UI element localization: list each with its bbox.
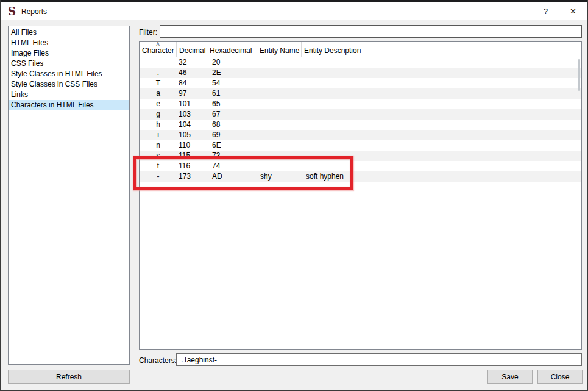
table-cell-hex: 73 bbox=[207, 151, 257, 161]
column-header[interactable]: Entity Name bbox=[257, 42, 302, 57]
report-type-list: All FilesHTML FilesImage FilesCSS FilesS… bbox=[8, 26, 130, 365]
table-cell-hex: 69 bbox=[207, 130, 257, 140]
sidebar-item[interactable]: All Files bbox=[9, 27, 129, 38]
column-header-label: Character bbox=[142, 46, 174, 55]
table-cell-entity_name bbox=[257, 78, 302, 88]
sidebar-item[interactable]: CSS Files bbox=[9, 59, 129, 69]
table-cell-entity_name bbox=[257, 151, 302, 161]
table-cell-entity_description bbox=[302, 57, 581, 68]
table-row[interactable]: s11573 bbox=[140, 151, 581, 161]
table-cell-decimal: 32 bbox=[177, 57, 207, 68]
sidebar-item[interactable]: HTML Files bbox=[9, 38, 129, 48]
table-cell-character: s bbox=[140, 151, 177, 161]
window-title: Reports bbox=[21, 7, 47, 16]
app-logo-icon: S bbox=[8, 6, 16, 17]
close-button[interactable]: Close bbox=[537, 370, 583, 384]
table-row[interactable]: .462E bbox=[140, 68, 581, 78]
table-row[interactable]: a9761 bbox=[140, 88, 581, 99]
sidebar-item[interactable]: Image Files bbox=[9, 48, 129, 59]
table-body: 3220.462ET8454a9761e10165g10367h10468i10… bbox=[140, 57, 581, 182]
table-cell-decimal: 97 bbox=[177, 88, 207, 99]
table-cell-entity_description: soft hyphen bbox=[302, 171, 581, 182]
table-cell-entity_name bbox=[257, 99, 302, 109]
table-cell-character: h bbox=[140, 120, 177, 130]
close-window-button[interactable]: ✕ bbox=[559, 2, 587, 20]
characters-table: ᐱCharacterDecimalHexadecimalEntity NameE… bbox=[139, 41, 582, 350]
sidebar-item[interactable]: Characters in HTML Files bbox=[9, 100, 129, 110]
sidebar-item[interactable]: Links bbox=[9, 90, 129, 100]
table-cell-character: e bbox=[140, 99, 177, 109]
table-cell-entity_description bbox=[302, 140, 581, 151]
table-cell-entity_name: shy bbox=[257, 171, 302, 182]
column-header-label: Hexadecimal bbox=[210, 46, 252, 55]
table-row[interactable]: 3220 bbox=[140, 57, 581, 68]
table-cell-entity_name bbox=[257, 109, 302, 120]
filter-input[interactable] bbox=[160, 25, 582, 38]
table-cell-entity_description bbox=[302, 161, 581, 171]
table-cell-entity_name bbox=[257, 120, 302, 130]
table-row[interactable]: t11674 bbox=[140, 161, 581, 171]
table-row[interactable]: h10468 bbox=[140, 120, 581, 130]
table-cell-entity_description bbox=[302, 99, 581, 109]
refresh-button[interactable]: Refresh bbox=[8, 370, 130, 384]
table-cell-decimal: 46 bbox=[177, 68, 207, 78]
table-cell-hex: 65 bbox=[207, 99, 257, 109]
table-cell-hex: AD bbox=[207, 171, 257, 182]
table-cell-decimal: 104 bbox=[177, 120, 207, 130]
column-header-label: Entity Name bbox=[260, 46, 299, 55]
table-row[interactable]: T8454 bbox=[140, 78, 581, 88]
table-row[interactable]: -173ADshysoft hyphen bbox=[140, 171, 581, 182]
table-cell-character: . bbox=[140, 68, 177, 78]
sidebar-item[interactable]: Style Classes in CSS Files bbox=[9, 79, 129, 90]
table-cell-character: i bbox=[140, 130, 177, 140]
table-cell-character: - bbox=[140, 171, 177, 182]
table-cell-decimal: 84 bbox=[177, 78, 207, 88]
table-cell-hex: 67 bbox=[207, 109, 257, 120]
table-cell-entity_name bbox=[257, 161, 302, 171]
column-header[interactable]: Decimal bbox=[177, 42, 207, 57]
table-cell-hex: 2E bbox=[207, 68, 257, 78]
table-cell-character: t bbox=[140, 161, 177, 171]
table-cell-hex: 54 bbox=[207, 78, 257, 88]
table-cell-decimal: 105 bbox=[177, 130, 207, 140]
help-button[interactable]: ? bbox=[532, 2, 559, 20]
table-cell-character: a bbox=[140, 88, 177, 99]
characters-input[interactable] bbox=[176, 353, 582, 366]
table-cell-entity_description bbox=[302, 88, 581, 99]
table-cell-hex: 20 bbox=[207, 57, 257, 68]
table-row[interactable]: i10569 bbox=[140, 130, 581, 140]
table-cell-entity_name bbox=[257, 130, 302, 140]
table-row[interactable]: n1106E bbox=[140, 140, 581, 151]
sort-ascending-icon: ᐱ bbox=[156, 42, 160, 48]
table-header-row: ᐱCharacterDecimalHexadecimalEntity NameE… bbox=[140, 42, 581, 57]
table-cell-entity_name bbox=[257, 88, 302, 99]
titlebar-buttons: ? ✕ bbox=[532, 2, 587, 20]
column-header[interactable]: Entity Description bbox=[302, 42, 581, 57]
column-header-label: Entity Description bbox=[304, 46, 361, 55]
table-cell-entity_name bbox=[257, 68, 302, 78]
table-row[interactable]: e10165 bbox=[140, 99, 581, 109]
title-bar: S Reports ? ✕ bbox=[1, 2, 587, 20]
table-cell-decimal: 101 bbox=[177, 99, 207, 109]
table-cell-decimal: 115 bbox=[177, 151, 207, 161]
table-cell-decimal: 103 bbox=[177, 109, 207, 120]
save-button[interactable]: Save bbox=[487, 370, 533, 384]
column-header[interactable]: ᐱCharacter bbox=[140, 42, 177, 57]
table-cell-entity_description bbox=[302, 109, 581, 120]
column-header[interactable]: Hexadecimal bbox=[207, 42, 257, 57]
characters-label: Characters: bbox=[139, 356, 177, 365]
table-row[interactable]: g10367 bbox=[140, 109, 581, 120]
table-cell-entity_description bbox=[302, 68, 581, 78]
table-cell-hex: 61 bbox=[207, 88, 257, 99]
table-cell-hex: 74 bbox=[207, 161, 257, 171]
table-cell-entity_description bbox=[302, 120, 581, 130]
table-scrollbar-thumb[interactable] bbox=[578, 59, 580, 91]
table-cell-entity_name bbox=[257, 140, 302, 151]
filter-label: Filter: bbox=[139, 28, 157, 37]
table-cell-hex: 6E bbox=[207, 140, 257, 151]
sidebar-item[interactable]: Style Classes in HTML Files bbox=[9, 69, 129, 79]
column-header-label: Decimal bbox=[179, 46, 205, 55]
table-cell-hex: 68 bbox=[207, 120, 257, 130]
table-cell-entity_description bbox=[302, 130, 581, 140]
table-cell-character: T bbox=[140, 78, 177, 88]
